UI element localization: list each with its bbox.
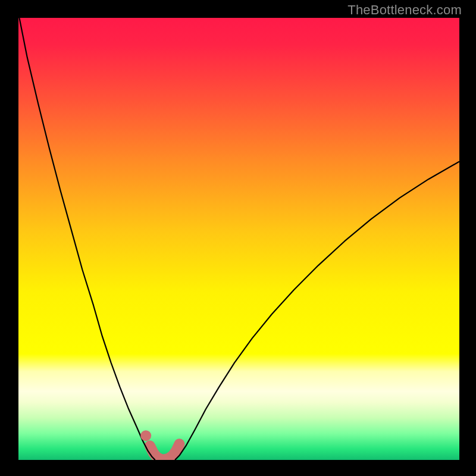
plot-background (18, 18, 459, 460)
watermark-text: TheBottleneck.com (347, 2, 462, 18)
bottleneck-chart (0, 0, 476, 476)
highlight-dot (140, 430, 151, 441)
